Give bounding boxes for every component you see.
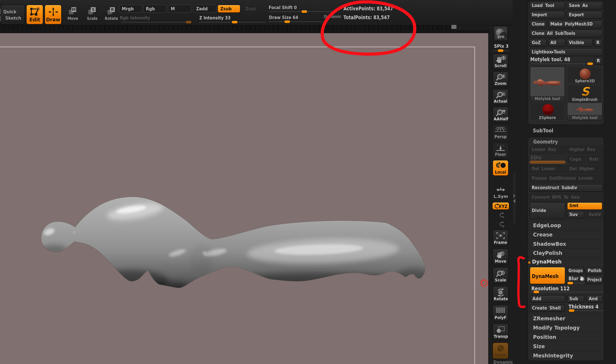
blur-handle[interactable]	[567, 282, 573, 284]
shelf-rot-y-button[interactable]: Y	[498, 212, 505, 219]
geom-suv-button[interactable]: Suv	[567, 211, 584, 219]
tool-goz-button[interactable]: GoZ	[529, 39, 547, 47]
shelf-frame-button[interactable]: Frame	[492, 230, 509, 246]
resolution-track[interactable]	[530, 292, 603, 292]
focal-shift-handle[interactable]	[301, 10, 307, 13]
tool-slider-r-button[interactable]: R	[594, 57, 603, 65]
actual-icon: x1	[495, 91, 506, 99]
geom-divider	[528, 314, 603, 314]
geom-freeze-subdivision-levels-button[interactable]: Freeze SubDivision Levels	[529, 175, 603, 182]
sculpt-canvas[interactable]	[0, 33, 488, 364]
shelf-actual-button[interactable]: x1 Actual	[492, 89, 509, 105]
tool-load-tool-button[interactable]: Load Tool	[529, 2, 565, 10]
shelf-rot-z-button[interactable]: Z	[498, 221, 505, 228]
geom-section-modify-topology: Modify Topology	[533, 325, 580, 331]
thumb-sphere3d[interactable]: Sphere3D	[567, 66, 603, 84]
tray-divider-handle[interactable]	[451, 25, 456, 29]
geom-lower-res-button[interactable]: Lower Res	[529, 146, 565, 154]
scroll-label: Scroll	[494, 63, 508, 68]
ghost-label: Ghost	[494, 353, 508, 358]
thickness-handle[interactable]	[569, 309, 574, 312]
geom-convert-bpr-to-geo-button[interactable]: Convert BPR To Geo	[529, 194, 603, 201]
thumb-motylek-small[interactable]: Motylek tool	[567, 102, 603, 121]
quick-sketch-button[interactable]: QuickSketch	[0, 4, 25, 25]
geom-reuv-button[interactable]: ReUV	[586, 211, 603, 219]
shelf-local-button[interactable]: Local	[492, 160, 509, 176]
shelf-floor-button[interactable]: x y z Floor	[492, 142, 509, 158]
geom-divide-button[interactable]: Divide	[529, 202, 565, 219]
z-intensity-handle[interactable]	[232, 21, 237, 24]
mode-zadd-button[interactable]: Zadd	[193, 5, 217, 13]
shelf-lsym-button[interactable]: L.Sym	[493, 187, 508, 198]
thumb-zsphere[interactable]: ZSphere	[530, 102, 565, 121]
dynamesh-button[interactable]: DynaMesh	[530, 267, 565, 284]
thumb-simplebrush[interactable]: S SimpleBrush	[567, 85, 603, 102]
draw-button[interactable]: Draw	[45, 5, 62, 25]
thumb-motylek-big[interactable]: Motylek tool	[530, 66, 565, 102]
tool-clone-all-subtools-button[interactable]: Clone All SubTools	[529, 30, 603, 38]
geom-rstr-button[interactable]: Rstr	[587, 156, 603, 163]
geom-reconstruct-subdiv-button[interactable]: Reconstruct Subdiv	[529, 184, 603, 192]
tool-import-button[interactable]: Import	[529, 11, 565, 19]
shelf-ghost-button[interactable]: Ghost	[492, 342, 509, 359]
tool-clone-button[interactable]: Clone	[529, 20, 547, 28]
bpr-button[interactable]: BPR	[493, 26, 508, 42]
svg-text:x: x	[497, 144, 498, 146]
tool-lightbox-tools-button[interactable]: Lightbox▸Tools	[529, 48, 603, 56]
floor-icon: x y z	[495, 144, 506, 152]
tool-make-polymesh3d-button[interactable]: Make PolyMesh3D	[548, 20, 603, 28]
geom-higher-res-button[interactable]: Higher Res	[567, 146, 603, 154]
mode-zsub-button[interactable]: Zsub	[218, 5, 241, 13]
geom-del-lower-button[interactable]: Del Lower	[529, 165, 565, 173]
and-button[interactable]: And	[586, 295, 603, 303]
draw-size-track[interactable]	[269, 22, 322, 22]
draw-size-handle[interactable]	[284, 20, 290, 23]
thickness-label: Thickness 4	[568, 304, 599, 310]
polish-button[interactable]: Polish	[586, 267, 603, 274]
geom-cage-button[interactable]: Cage	[567, 156, 585, 163]
shelf-scroll-button[interactable]: Scroll	[492, 54, 509, 69]
rgb-intensity-track[interactable]	[121, 22, 191, 22]
geom-smt-button[interactable]: Smt	[567, 202, 603, 210]
shelf-polyf-button[interactable]: PolyF	[492, 305, 509, 321]
edit-label: Edit	[26, 17, 43, 22]
rot-z-icon: Z	[498, 221, 505, 228]
shelf-transp-button[interactable]: Transp	[492, 324, 509, 340]
tool-r-button[interactable]: R	[594, 39, 603, 47]
tool-export-button[interactable]: Export	[567, 11, 603, 19]
tray-divider-strip[interactable]	[0, 25, 456, 30]
mode-zcut-button[interactable]: Zcut	[243, 5, 266, 13]
sdiv-slider[interactable]	[530, 161, 565, 164]
tool-all-button[interactable]: All	[548, 39, 565, 47]
tool-save-as-button[interactable]: Save As	[567, 2, 603, 10]
mode-rgb-button[interactable]: Rgb	[143, 5, 166, 13]
shelf-panel-divider[interactable]	[513, 172, 516, 224]
shelf-rotate-button[interactable]: Rotate	[492, 286, 509, 303]
zoom-label: Zoom	[494, 81, 508, 86]
rgb-intensity-handle[interactable]	[186, 21, 192, 24]
groups-button[interactable]: Groups	[567, 267, 584, 274]
move-icon	[495, 250, 506, 259]
edit-button[interactable]: Edit	[26, 5, 43, 25]
shelf-aahalf-button[interactable]: AAHalf	[492, 107, 509, 123]
add-button[interactable]: Add	[530, 295, 565, 303]
geom-del-higher-button[interactable]: Del Higher	[567, 165, 603, 173]
sculpt-model[interactable]	[41, 197, 429, 296]
tool-name-handle[interactable]	[587, 63, 593, 65]
sub-button[interactable]: Sub	[567, 295, 584, 303]
tool-name-track[interactable]	[530, 64, 591, 64]
project-button[interactable]: Project	[585, 276, 603, 284]
tool-visible-button[interactable]: Visible	[567, 39, 593, 47]
shelf-zoom-button[interactable]: Zoom	[492, 71, 509, 87]
divider-arrow-left-icon[interactable]	[513, 198, 516, 204]
mode-mrgb-button[interactable]: Mrgb	[119, 5, 142, 13]
mode-m-button[interactable]: M	[168, 5, 191, 13]
create-shell-button[interactable]: Create Shell	[530, 304, 565, 312]
shelf-move-button[interactable]: Move	[492, 248, 509, 265]
spix-handle[interactable]	[498, 49, 503, 52]
shelf-xyz-button[interactable]: XYZ	[492, 202, 509, 210]
resolution-handle[interactable]	[533, 291, 539, 293]
divider-arrow-right-icon[interactable]	[513, 193, 516, 198]
shelf-scale-button[interactable]: Scale	[492, 267, 509, 284]
shelf-persp-button[interactable]: Persp	[492, 125, 509, 140]
